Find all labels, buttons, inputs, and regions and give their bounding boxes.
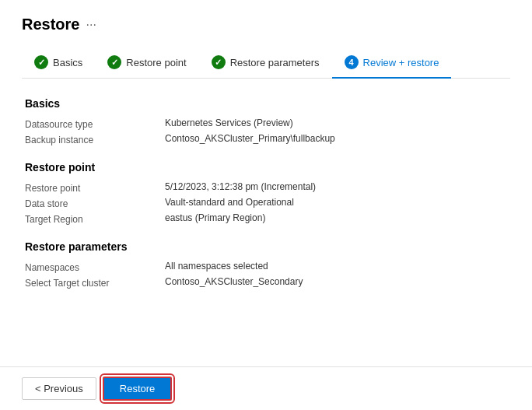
restore-point-section-title: Restore point (25, 161, 507, 173)
target-cluster-label: Select Target cluster (25, 276, 165, 289)
tab-restore-point-label: Restore point (126, 57, 186, 68)
tab-basics-label: Basics (53, 57, 82, 68)
tab-restore-parameters-label: Restore parameters (230, 57, 320, 68)
check-icon-restore-point (107, 55, 121, 69)
backup-instance-value: Contoso_AKSCluster_Primary\fullbackup (165, 133, 335, 145)
target-region-label: Target Region (25, 212, 165, 225)
restore-point-value: 5/12/2023, 3:12:38 pm (Incremental) (165, 181, 316, 194)
restore-point-section: Restore point Restore point 5/12/2023, 3… (25, 161, 507, 225)
namespaces-value: All namespaces selected (165, 261, 268, 273)
restore-parameters-section: Restore parameters Namespaces All namesp… (25, 240, 507, 289)
check-icon-basics (34, 55, 48, 69)
tab-review-restore[interactable]: 4 Review + restore (332, 49, 452, 79)
datasource-label: Datasource type (25, 117, 165, 130)
basics-section-title: Basics (25, 97, 507, 110)
restore-parameters-section-title: Restore parameters (25, 240, 507, 253)
namespaces-label: Namespaces (25, 261, 165, 273)
data-store-value: Vault-standard and Operational (165, 197, 294, 209)
footer: < Previous Restore (0, 366, 532, 410)
backup-instance-label: Backup instance (25, 133, 165, 145)
target-cluster-value: Contoso_AKSCluster_Secondary (165, 276, 303, 289)
target-region-row: Target Region eastus (Primary Region) (25, 212, 507, 225)
step-number-review: 4 (345, 55, 359, 69)
page-title: Restore (22, 16, 79, 33)
target-region-value: eastus (Primary Region) (165, 212, 265, 225)
restore-point-label: Restore point (25, 181, 165, 194)
backup-instance-row: Backup instance Contoso_AKSCluster_Prima… (25, 133, 507, 145)
more-options-icon[interactable]: ··· (86, 18, 96, 32)
namespaces-row: Namespaces All namespaces selected (25, 261, 507, 273)
datasource-row: Datasource type Kubernetes Services (Pre… (25, 117, 507, 130)
tab-review-restore-label: Review + restore (363, 57, 439, 68)
check-icon-restore-parameters (212, 55, 226, 69)
datasource-value: Kubernetes Services (Preview) (165, 117, 293, 130)
restore-point-row: Restore point 5/12/2023, 3:12:38 pm (Inc… (25, 181, 507, 194)
wizard-tabs: Basics Restore point Restore parameters … (22, 49, 510, 79)
review-content: Basics Datasource type Kubernetes Servic… (22, 97, 510, 289)
previous-button[interactable]: < Previous (22, 377, 96, 400)
restore-button[interactable]: Restore (103, 377, 173, 401)
tab-restore-point[interactable]: Restore point (95, 49, 198, 79)
tab-restore-parameters[interactable]: Restore parameters (199, 49, 332, 79)
data-store-row: Data store Vault-standard and Operationa… (25, 197, 507, 209)
target-cluster-row: Select Target cluster Contoso_AKSCluster… (25, 276, 507, 289)
tab-basics[interactable]: Basics (22, 49, 95, 79)
basics-section: Basics Datasource type Kubernetes Servic… (25, 97, 507, 145)
data-store-label: Data store (25, 197, 165, 209)
